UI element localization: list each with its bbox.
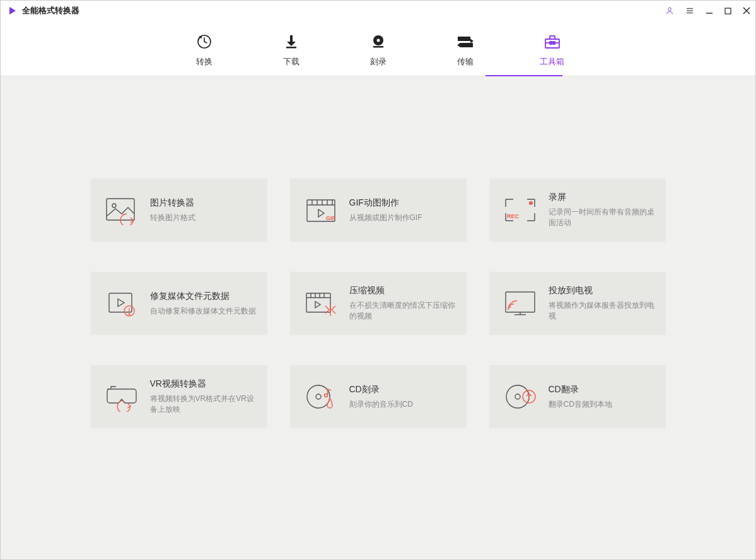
svg-rect-42 bbox=[506, 292, 535, 312]
card-desc: 将视频作为媒体服务器投放到电视 bbox=[549, 300, 654, 322]
titlebar: 全能格式转换器 bbox=[1, 1, 755, 21]
svg-point-29 bbox=[529, 201, 533, 205]
user-icon[interactable] bbox=[665, 6, 674, 15]
nav-label: 转换 bbox=[196, 56, 212, 67]
svg-point-0 bbox=[668, 8, 672, 11]
svg-point-49 bbox=[515, 394, 520, 399]
close-icon[interactable] bbox=[743, 7, 750, 15]
tool-image-converter[interactable]: 图片转换器 转换图片格式 bbox=[91, 178, 267, 242]
svg-point-47 bbox=[324, 394, 327, 397]
tool-fix-metadata[interactable]: 修复媒体文件元数据 自动修复和修改媒体文件元数据 bbox=[91, 272, 267, 335]
gif-maker-icon: GIF bbox=[301, 190, 340, 230]
app-window: 全能格式转换器 转换 bbox=[0, 0, 756, 560]
toolbox-icon bbox=[544, 31, 561, 52]
nav-convert[interactable]: 转换 bbox=[185, 27, 223, 76]
tool-cd-burn[interactable]: CD刻录 刻录你的音乐到CD bbox=[290, 365, 467, 428]
card-desc: 转换图片格式 bbox=[150, 213, 256, 223]
card-title: 图片转换器 bbox=[150, 197, 256, 209]
hamburger-icon[interactable] bbox=[685, 6, 694, 15]
svg-text:GIF: GIF bbox=[326, 215, 336, 221]
screen-recorder-icon: REC bbox=[501, 190, 540, 230]
svg-rect-18 bbox=[553, 42, 555, 44]
cast-tv-icon bbox=[501, 284, 540, 323]
svg-point-46 bbox=[316, 394, 321, 399]
svg-rect-13 bbox=[458, 37, 470, 41]
content-area: 图片转换器 转换图片格式 GIF GIF动图制作 从视频或图片制作GIF REC bbox=[1, 76, 755, 559]
svg-point-20 bbox=[112, 204, 116, 207]
svg-rect-31 bbox=[109, 293, 132, 312]
nav-transfer[interactable]: 传输 bbox=[446, 27, 484, 76]
nav-download[interactable]: 下载 bbox=[272, 27, 310, 76]
nav-label: 下载 bbox=[283, 56, 299, 67]
nav-toolbox[interactable]: 工具箱 bbox=[533, 27, 571, 76]
nav-label: 工具箱 bbox=[540, 56, 564, 67]
card-title: VR视频转换器 bbox=[150, 378, 256, 390]
card-desc: 从视频或图片制作GIF bbox=[349, 213, 455, 223]
download-icon bbox=[283, 31, 299, 52]
svg-point-34 bbox=[129, 313, 130, 315]
burn-icon bbox=[370, 31, 387, 52]
tool-screen-recorder[interactable]: REC 录屏 记录同一时间所有带有音频的桌面活动 bbox=[489, 178, 666, 242]
tool-cd-rip[interactable]: CD翻录 翻录CD音频到本地 bbox=[489, 365, 666, 428]
card-desc: 刻录你的音乐到CD bbox=[349, 399, 455, 410]
svg-rect-15 bbox=[545, 39, 559, 48]
card-title: 投放到电视 bbox=[549, 285, 654, 296]
svg-point-11 bbox=[376, 39, 380, 42]
tool-cast-tv[interactable]: 投放到电视 将视频作为媒体服务器投放到电视 bbox=[489, 272, 666, 335]
tool-compress-video[interactable]: 压缩视频 在不损失清晰度的情况下压缩你的视频 bbox=[290, 272, 467, 335]
image-converter-icon bbox=[102, 190, 141, 230]
card-desc: 记录同一时间所有带有音频的桌面活动 bbox=[549, 207, 654, 228]
maximize-icon[interactable] bbox=[724, 8, 731, 15]
tool-vr-converter[interactable]: VR视频转换器 将视频转换为VR格式并在VR设备上放映 bbox=[91, 365, 267, 428]
cd-rip-icon bbox=[501, 377, 540, 416]
card-title: 录屏 bbox=[549, 192, 654, 203]
card-title: CD翻录 bbox=[549, 384, 654, 395]
compress-video-icon bbox=[301, 284, 340, 323]
minimize-icon[interactable] bbox=[706, 7, 713, 15]
main-navbar: 转换 下载 刻录 传输 bbox=[1, 21, 755, 76]
card-title: 修复媒体文件元数据 bbox=[150, 291, 256, 302]
card-title: GIF动图制作 bbox=[349, 197, 455, 209]
nav-burn[interactable]: 刻录 bbox=[359, 27, 397, 76]
svg-rect-35 bbox=[306, 293, 330, 312]
card-desc: 自动修复和修改媒体文件元数据 bbox=[150, 306, 256, 317]
svg-rect-17 bbox=[550, 42, 552, 44]
svg-rect-5 bbox=[725, 8, 731, 14]
nav-active-underline bbox=[486, 75, 562, 76]
card-title: CD刻录 bbox=[349, 384, 455, 395]
card-desc: 将视频转换为VR格式并在VR设备上放映 bbox=[150, 394, 256, 415]
nav-label: 刻录 bbox=[370, 56, 387, 67]
window-controls bbox=[665, 6, 750, 15]
card-desc: 翻录CD音频到本地 bbox=[549, 399, 654, 410]
convert-icon bbox=[195, 31, 213, 52]
nav-label: 传输 bbox=[457, 56, 474, 67]
vr-converter-icon bbox=[102, 377, 141, 416]
app-logo-icon bbox=[8, 6, 17, 15]
fix-metadata-icon bbox=[102, 284, 141, 323]
transfer-icon bbox=[456, 31, 475, 52]
cd-burn-icon bbox=[301, 377, 340, 416]
card-title: 压缩视频 bbox=[349, 285, 455, 296]
svg-rect-9 bbox=[286, 47, 296, 49]
app-title: 全能格式转换器 bbox=[22, 5, 79, 16]
svg-rect-14 bbox=[460, 43, 473, 47]
svg-text:REC: REC bbox=[507, 213, 520, 219]
tool-gif-maker[interactable]: GIF GIF动图制作 从视频或图片制作GIF bbox=[290, 178, 467, 242]
card-desc: 在不损失清晰度的情况下压缩你的视频 bbox=[349, 300, 455, 322]
svg-rect-12 bbox=[373, 46, 383, 48]
tool-grid: 图片转换器 转换图片格式 GIF GIF动图制作 从视频或图片制作GIF REC bbox=[1, 76, 755, 428]
